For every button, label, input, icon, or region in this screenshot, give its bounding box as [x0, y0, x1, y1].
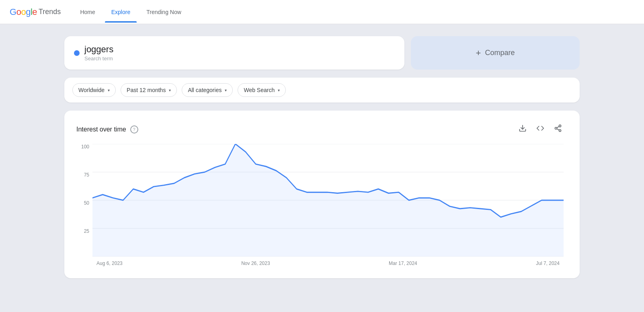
y-label-100: 100 [76, 144, 89, 150]
x-label-aug: Aug 6, 2023 [96, 261, 123, 266]
location-chevron-icon: ▾ [108, 88, 110, 92]
embed-icon [536, 124, 544, 132]
chart-section: Interest over time ? 100 [64, 111, 580, 278]
x-label-jul: Jul 7, 2024 [536, 261, 560, 266]
share-button[interactable] [552, 123, 564, 136]
location-filter-label: Worldwide [78, 87, 105, 93]
search-dot [74, 50, 80, 56]
category-filter[interactable]: All categories ▾ [182, 83, 233, 97]
chart-title: Interest over time [76, 126, 126, 133]
google-wordmark: Google [10, 7, 37, 17]
svg-line-4 [557, 129, 559, 130]
logo: Google Trends [10, 7, 61, 17]
main-content: joggers Search term + Compare Worldwide … [0, 24, 644, 286]
search-term-info: joggers Search term [84, 44, 113, 62]
y-label-25: 25 [76, 228, 89, 234]
download-icon [519, 124, 527, 132]
compare-plus-icon: + [476, 48, 481, 58]
nav-trending-now[interactable]: Trending Now [140, 6, 188, 18]
y-axis: 100 75 50 25 [76, 144, 89, 257]
main-nav: Home Explore Trending Now [74, 6, 187, 18]
header: Google Trends Home Explore Trending Now [0, 0, 644, 24]
svg-line-5 [557, 126, 559, 127]
nav-home[interactable]: Home [74, 6, 101, 18]
search-type-chevron-icon: ▾ [278, 88, 280, 92]
nav-explore[interactable]: Explore [105, 6, 137, 18]
help-icon[interactable]: ? [130, 125, 138, 133]
time-filter-label: Past 12 months [127, 87, 166, 93]
x-label-nov: Nov 26, 2023 [241, 261, 270, 266]
trends-wordmark: Trends [39, 8, 61, 16]
search-type-filter[interactable]: Web Search ▾ [238, 83, 286, 97]
y-label-75: 75 [76, 172, 89, 178]
location-filter[interactable]: Worldwide ▾ [72, 83, 116, 97]
category-filter-label: All categories [188, 87, 222, 93]
x-axis: Aug 6, 2023 Nov 26, 2023 Mar 17, 2024 Ju… [92, 261, 564, 266]
download-button[interactable] [517, 123, 528, 136]
chart-header: Interest over time ? [76, 123, 564, 136]
search-section: joggers Search term + Compare [64, 36, 580, 70]
chart-area: 100 75 50 25 [92, 144, 564, 257]
time-filter[interactable]: Past 12 months ▾ [121, 83, 177, 97]
y-label-50: 50 [76, 200, 89, 206]
embed-button[interactable] [535, 123, 546, 136]
search-term-type: Search term [84, 55, 113, 62]
chart-title-wrap: Interest over time ? [76, 125, 138, 133]
compare-label: Compare [485, 49, 515, 57]
time-chevron-icon: ▾ [169, 88, 171, 92]
chart-actions [517, 123, 564, 136]
share-icon [554, 124, 562, 132]
search-term-name: joggers [84, 44, 113, 55]
filters-bar: Worldwide ▾ Past 12 months ▾ All categor… [64, 78, 580, 103]
x-label-mar: Mar 17, 2024 [389, 261, 417, 266]
compare-box[interactable]: + Compare [411, 36, 580, 70]
search-box: joggers Search term [64, 36, 404, 70]
line-chart-svg [92, 144, 564, 257]
category-chevron-icon: ▾ [225, 88, 227, 92]
search-type-filter-label: Web Search [244, 87, 275, 93]
